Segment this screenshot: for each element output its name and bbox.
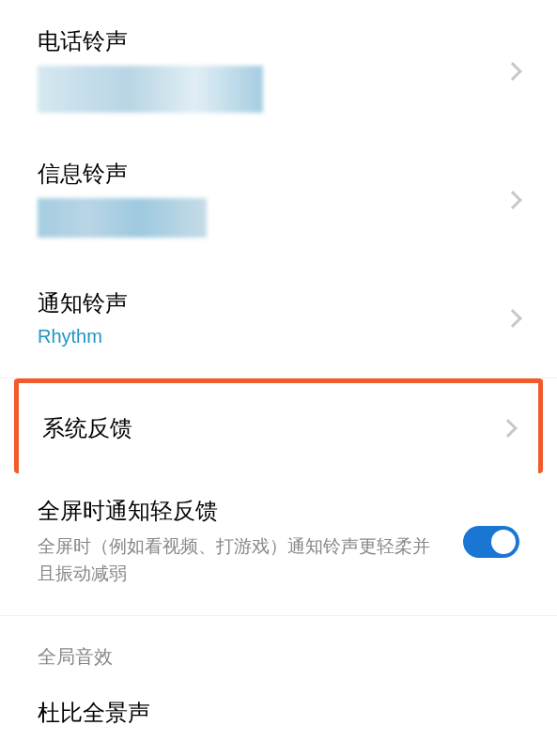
- settings-list: 电话铃声 信息铃声 通知铃声 Rhythm 系统反馈 全屏时通知轻反馈 全屏时（…: [0, 0, 557, 728]
- notification-ringtone-item[interactable]: 通知铃声 Rhythm: [0, 260, 557, 378]
- fullscreen-feedback-title: 全屏时通知轻反馈: [38, 496, 463, 526]
- message-ringtone-item[interactable]: 信息铃声: [0, 135, 557, 260]
- item-content: 电话铃声: [38, 26, 487, 116]
- dolby-item[interactable]: 杜比全景声: [0, 679, 557, 728]
- chevron-right-icon: [503, 191, 522, 209]
- notification-ringtone-value: Rhythm: [38, 326, 487, 347]
- system-feedback-title: 系统反馈: [42, 413, 483, 443]
- chevron-right-icon: [503, 309, 522, 328]
- message-ringtone-value-blurred: [38, 198, 207, 238]
- item-content: 全屏时通知轻反馈 全屏时（例如看视频、打游戏）通知铃声更轻柔并且振动减弱: [38, 496, 463, 587]
- phone-ringtone-value-blurred: [38, 66, 263, 113]
- chevron-right-icon: [503, 62, 522, 81]
- fullscreen-feedback-toggle[interactable]: [463, 526, 519, 558]
- phone-ringtone-item[interactable]: 电话铃声: [0, 0, 557, 135]
- item-content: 系统反馈: [42, 413, 483, 443]
- item-content: 信息铃声: [38, 159, 487, 241]
- toggle-knob: [491, 530, 516, 554]
- dolby-title: 杜比全景声: [38, 698, 519, 728]
- fullscreen-feedback-item: 全屏时通知轻反馈 全屏时（例如看视频、打游戏）通知铃声更轻柔并且振动减弱: [0, 473, 557, 616]
- item-content: 杜比全景声: [38, 698, 519, 728]
- system-feedback-item[interactable]: 系统反馈: [14, 378, 543, 473]
- item-content: 通知铃声 Rhythm: [38, 288, 487, 347]
- message-ringtone-title: 信息铃声: [38, 159, 487, 189]
- fullscreen-feedback-description: 全屏时（例如看视频、打游戏）通知铃声更轻柔并且振动减弱: [38, 533, 432, 587]
- global-sound-header: 全局音效: [0, 616, 557, 679]
- phone-ringtone-title: 电话铃声: [38, 26, 487, 56]
- chevron-right-icon: [499, 419, 518, 438]
- notification-ringtone-title: 通知铃声: [38, 288, 487, 318]
